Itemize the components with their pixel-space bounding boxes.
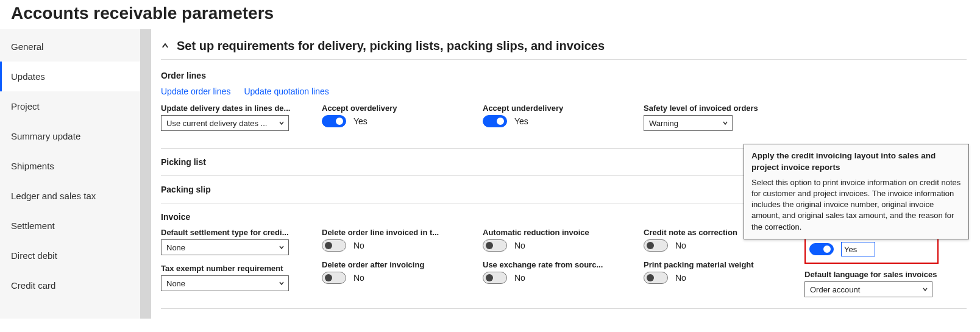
chevron-down-icon: [922, 286, 928, 292]
print-packing-toggle[interactable]: [644, 272, 668, 284]
delete-line-toggle[interactable]: [322, 239, 346, 252]
sidebar-item-direct-debit[interactable]: Direct debit: [0, 241, 140, 270]
accept-overdelivery-label: Accept overdelivery: [322, 104, 472, 113]
apply-credit-tooltip: Apply the credit invoicing layout into s…: [744, 144, 969, 239]
update-quotation-lines-link[interactable]: Update quotation lines: [244, 87, 328, 96]
tax-exempt-select[interactable]: None: [161, 275, 289, 291]
update-order-lines-link[interactable]: Update order lines: [161, 87, 230, 96]
accept-overdelivery-value: Yes: [353, 116, 367, 126]
use-exchange-label: Use exchange rate from sourc...: [483, 260, 633, 269]
tax-exempt-label: Tax exempt number requirement: [161, 264, 311, 273]
use-exchange-toggle[interactable]: [483, 272, 507, 284]
print-packing-value: No: [675, 273, 686, 283]
section-heading: Set up requirements for delivery, pickin…: [177, 39, 605, 53]
accept-underdelivery-label: Accept underdelivery: [483, 104, 633, 113]
apply-credit-value-input[interactable]: Yes: [841, 242, 875, 256]
safety-level-label: Safety level of invoiced orders: [644, 104, 794, 113]
chevron-down-icon: [279, 280, 285, 286]
safety-level-value: Warning: [649, 119, 678, 128]
auto-reduction-value: No: [514, 241, 525, 250]
default-settlement-value: None: [166, 243, 185, 252]
accept-underdelivery-value: Yes: [514, 116, 528, 126]
tooltip-title: Apply the credit invoicing layout into s…: [751, 150, 961, 174]
delete-order-label: Delete order after invoicing: [322, 260, 472, 269]
accept-overdelivery-toggle[interactable]: [322, 115, 346, 127]
update-delivery-dates-value: Use current delivery dates ...: [166, 119, 267, 128]
sidebar-item-credit-card[interactable]: Credit card: [0, 270, 140, 300]
default-settlement-label: Default settlement type for credi...: [161, 228, 311, 237]
tax-exempt-value: None: [166, 279, 185, 288]
delete-order-toggle[interactable]: [322, 272, 346, 284]
accept-underdelivery-toggle[interactable]: [483, 115, 507, 127]
default-lang-select[interactable]: Order account: [804, 281, 932, 297]
vertical-scrollbar[interactable]: [140, 29, 151, 319]
update-delivery-dates-select[interactable]: Use current delivery dates ...: [161, 115, 289, 131]
sidebar-item-summary-update[interactable]: Summary update: [0, 121, 140, 151]
default-settlement-select[interactable]: None: [161, 239, 289, 255]
default-lang-label: Default language for sales invoices: [804, 270, 939, 279]
use-exchange-value: No: [514, 273, 525, 283]
default-lang-value: Order account: [810, 285, 860, 294]
chevron-down-icon: [279, 244, 285, 250]
credit-note-toggle[interactable]: [644, 239, 668, 252]
sidebar-item-project[interactable]: Project: [0, 91, 140, 121]
delete-line-value: No: [353, 241, 364, 250]
credit-note-value: No: [675, 241, 686, 250]
delete-line-label: Delete order line invoiced in t...: [322, 228, 472, 237]
chevron-down-icon: [279, 120, 285, 126]
delete-order-value: No: [353, 273, 364, 283]
sidebar-item-settlement[interactable]: Settlement: [0, 211, 140, 241]
sidebar-item-shipments[interactable]: Shipments: [0, 151, 140, 181]
page-title: Accounts receivable parameters: [0, 0, 980, 29]
safety-level-select[interactable]: Warning: [644, 115, 733, 131]
auto-reduction-toggle[interactable]: [483, 239, 507, 252]
sidebar-item-ledger-sales-tax[interactable]: Ledger and sales tax: [0, 181, 140, 211]
chevron-down-icon: [722, 120, 728, 126]
update-delivery-dates-label: Update delivery dates in lines de...: [161, 104, 311, 113]
tooltip-body: Select this option to print invoice info…: [751, 177, 961, 233]
sidebar: General Updates Project Summary update S…: [0, 29, 140, 319]
auto-reduction-label: Automatic reduction invoice: [483, 228, 633, 237]
print-packing-label: Print packing material weight: [644, 260, 794, 269]
apply-credit-toggle[interactable]: [809, 243, 834, 255]
order-lines-title: Order lines: [161, 71, 967, 80]
sidebar-item-updates[interactable]: Updates: [0, 62, 140, 91]
collapse-section-icon[interactable]: [161, 41, 171, 51]
sidebar-item-general[interactable]: General: [0, 32, 140, 62]
